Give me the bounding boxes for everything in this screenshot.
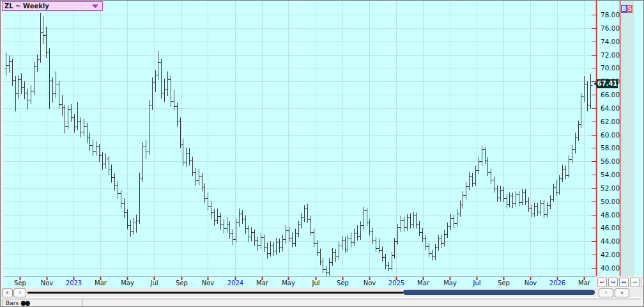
date-tick-label: Sep [498,279,510,287]
date-tick-label: Nov [41,279,54,287]
price-tick-label: 46.00 [601,224,620,232]
price-tick-label: 62.00 [601,118,620,125]
date-tick-label: Sep [176,279,188,287]
price-tick-label: 42.00 [601,251,620,258]
date-tick-label: Nov [525,279,537,287]
price-chart[interactable]: 78.0076.0074.0072.0070.0068.0066.0064.00… [1,1,643,288]
status-empty-cell [82,299,641,307]
chart-nav-button-0[interactable]: ↩ [597,278,607,287]
date-tick-label: Mar [256,279,269,287]
buy-button[interactable]: B [621,5,627,13]
chevron-down-icon [92,4,98,8]
price-tick-label: 72.00 [601,51,620,59]
date-tick-label: 2026 [549,279,565,287]
price-tick-label: 58.00 [601,144,620,152]
date-tick-label: 2024 [227,279,243,287]
scroll-far-right-button[interactable]: » [615,288,629,297]
price-tick-label: 76.00 [601,24,620,32]
status-bars-cell: Bars ●● [3,299,84,307]
price-tick-label: 70.00 [601,64,620,72]
sell-button[interactable]: S [627,5,632,13]
date-tick-label: May [443,279,457,287]
scrollbar-thumb[interactable] [403,290,595,295]
date-tick-label: May [282,279,295,287]
scroll-left-button[interactable]: ‹ [13,288,26,297]
chart-window: 78.0076.0074.0072.0070.0068.0066.0064.00… [0,0,644,307]
trade-buttons: B S [621,5,632,13]
date-tick-label: Mar [95,279,107,287]
date-tick-label: May [121,279,134,287]
status-bars-label: Bars [6,300,19,306]
date-tick-label: Nov [202,279,215,287]
price-tick-label: 50.00 [601,198,620,205]
scroll-far-left-button[interactable]: « [2,288,13,297]
last-price-marker: 67.41 [597,79,618,88]
chart-nav-button-1[interactable]: ↪ [608,278,618,287]
price-tick-label: 74.00 [601,38,620,45]
chart-scrollbar[interactable]: « ‹ › » [1,288,643,297]
date-tick-label: Nov [364,279,376,287]
price-tick-label: 40.00 [601,264,620,272]
price-tick-label: 44.00 [601,237,620,245]
symbol-timeframe-dropdown[interactable]: ZL ~ Weekly [2,1,103,11]
chart-nav-button-2[interactable]: ↔ [619,278,629,287]
scrollbar-track[interactable] [27,292,403,294]
date-tick-label: Sep [14,279,26,287]
date-tick-label: Sep [337,279,349,287]
right-panel-strip [620,1,634,276]
chart-nav-button-4[interactable]: ← [641,278,644,287]
scroll-right-button[interactable]: › [599,288,613,297]
status-bar: Bars ●● [1,297,643,307]
status-dots-icon: ●● [20,299,29,306]
date-tick-label: 2023 [66,279,82,287]
price-tick-label: 54.00 [601,171,620,178]
price-tick-label: 60.00 [601,131,620,139]
price-tick-label: 78.00 [601,11,620,19]
date-tick-label: Mar [417,279,430,287]
price-tick-label: 52.00 [601,184,620,192]
date-tick-label: Mar [578,279,591,287]
right-panel-edge [634,1,643,276]
price-tick-label: 64.00 [601,104,620,112]
chart-nav-button-3[interactable]: → [630,278,640,287]
price-tick-label: 66.00 [601,91,620,98]
date-tick-label: 2025 [388,279,404,287]
symbol-timeframe-label: ZL ~ Weekly [3,3,49,10]
date-tick-label: Jul [311,279,319,287]
price-tick-label: 56.00 [601,157,620,165]
price-tick-label: 48.00 [601,211,620,219]
date-tick-label: Jul [472,279,480,287]
chart-nav-buttons: ↩↪↔→← [597,278,644,287]
date-tick-label: Jul [150,279,158,287]
